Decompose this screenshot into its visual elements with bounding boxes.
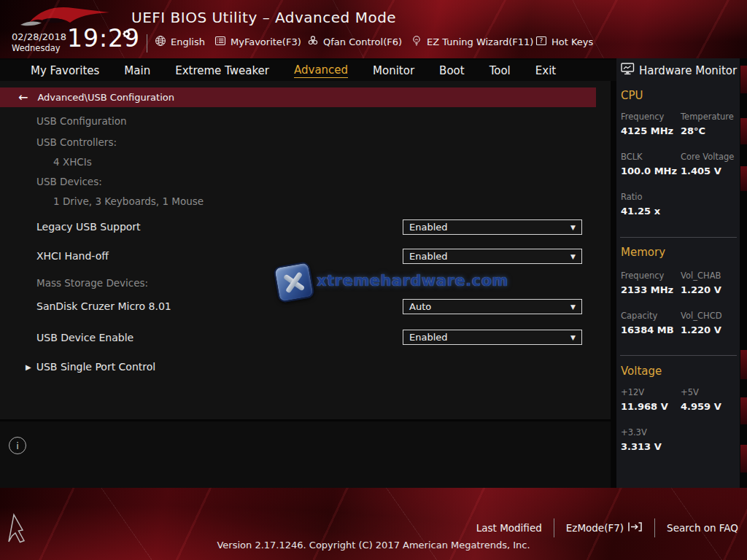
stat-value: 4.959 V: [681, 401, 721, 412]
memory-vol-chcd-stat: Vol_CHCD 1.220 V: [681, 311, 722, 335]
date-text: 02/28/2018: [12, 31, 66, 43]
xhci-handoff-label: XHCI Hand-off: [36, 250, 109, 262]
hardware-monitor-label: Hardware Monitor: [639, 64, 737, 77]
tab-monitor[interactable]: Monitor: [373, 64, 414, 77]
footer: Last Modified EzMode(F7) Search on FAQ: [0, 488, 747, 560]
qfan-control-button[interactable]: Qfan Control(F6): [307, 35, 402, 49]
usb-single-port-control-label: USB Single Port Control: [36, 361, 156, 373]
stat-value: 4125 MHz: [621, 125, 673, 136]
edge-decoration: [740, 118, 747, 144]
usb-controllers-value: 4 XHCIs: [53, 156, 92, 168]
bulb-icon: [411, 35, 422, 49]
last-modified-label: Last Modified: [476, 522, 542, 534]
back-arrow-icon[interactable]: ←: [18, 92, 28, 104]
breadcrumb-path: Advanced\USB Configuration: [37, 92, 174, 103]
language-label: English: [171, 36, 205, 47]
memory-vol-chab-stat: Vol_CHAB 1.220 V: [681, 271, 721, 295]
my-favorite-button[interactable]: MyFavorite(F3): [214, 35, 301, 49]
stat-label: Frequency: [621, 112, 673, 122]
weekday-text: Wednesday: [12, 43, 66, 53]
hardware-monitor-title: Hardware Monitor: [621, 63, 737, 78]
chevron-down-icon: ▼: [570, 253, 576, 260]
xhci-handoff-dropdown[interactable]: Enabled ▼: [403, 249, 582, 264]
voltage-12v-stat: +12V 11.968 V: [621, 387, 668, 412]
question-icon: ?: [535, 35, 547, 49]
footer-divider: [654, 518, 655, 537]
breadcrumb[interactable]: ← Advanced\USB Configuration: [0, 88, 596, 107]
tab-advanced[interactable]: Advanced: [294, 63, 348, 78]
bios-screen: UEFI BIOS Utility – Advanced Mode 02/28/…: [0, 0, 747, 560]
stat-value: 1.405 V: [681, 166, 734, 176]
last-modified-button[interactable]: Last Modified: [476, 522, 542, 534]
tab-extreme-tweaker[interactable]: Extreme Tweaker: [175, 64, 269, 77]
my-favorite-label: MyFavorite(F3): [231, 36, 301, 47]
main-nav: My Favorites Main Extreme Tweaker Advanc…: [0, 60, 616, 81]
app-title: UEFI BIOS Utility – Advanced Mode: [131, 9, 396, 26]
stat-label: +5V: [681, 387, 721, 397]
cpu-temperature-stat: Temperature 28°C: [681, 112, 734, 136]
footer-divider: [554, 518, 554, 537]
cpu-core-voltage-stat: Core Voltage 1.405 V: [681, 152, 734, 176]
tab-tool[interactable]: Tool: [489, 64, 511, 77]
fan-icon: [307, 35, 319, 49]
stat-value: 2133 MHz: [621, 284, 673, 295]
dropdown-value: Enabled: [409, 251, 448, 262]
tab-my-favorites[interactable]: My Favorites: [31, 64, 99, 77]
stat-value: 11.968 V: [621, 401, 668, 412]
usb-controllers-label: USB Controllers:: [36, 136, 117, 148]
ezmode-button[interactable]: EzMode(F7): [566, 521, 643, 534]
ezmode-label: EzMode(F7): [566, 522, 624, 534]
chevron-down-icon: ▼: [570, 224, 576, 231]
monitor-icon: [621, 63, 635, 78]
search-on-faq-button[interactable]: Search on FAQ: [667, 522, 738, 534]
content-panel: ← Advanced\USB Configuration USB Configu…: [0, 81, 611, 419]
stat-label: BCLK: [621, 152, 677, 162]
cpu-bclk-stat: BCLK 100.0 MHz: [621, 152, 677, 176]
stat-label: Vol_CHAB: [681, 271, 721, 281]
gear-icon[interactable]: [122, 28, 131, 42]
header: UEFI BIOS Utility – Advanced Mode 02/28/…: [0, 0, 747, 58]
memory-frequency-stat: Frequency 2133 MHz: [621, 271, 673, 295]
tab-exit[interactable]: Exit: [535, 64, 556, 77]
usb-single-port-control-item[interactable]: ▶ USB Single Port Control: [26, 361, 155, 373]
hot-keys-label: Hot Keys: [551, 36, 593, 47]
chevron-down-icon: ▼: [570, 303, 576, 311]
section-divider: [620, 355, 737, 356]
usb-device-enable-label: USB Device Enable: [36, 332, 133, 343]
usb-device-enable-dropdown[interactable]: Enabled ▼: [403, 330, 582, 345]
edge-decoration: [740, 166, 747, 191]
exit-mode-icon: [627, 521, 643, 534]
edge-decoration: [740, 66, 747, 93]
stat-value: 100.0 MHz: [621, 166, 677, 176]
section-divider: [620, 237, 737, 238]
stat-value: 3.313 V: [621, 441, 662, 452]
edge-decoration: [740, 350, 747, 379]
stat-label: Vol_CHCD: [681, 311, 722, 321]
dropdown-value: Auto: [409, 301, 431, 312]
language-button[interactable]: English: [155, 35, 205, 49]
mass-storage-devices-label: Mass Storage Devices:: [36, 277, 148, 289]
memory-section-heading: Memory: [621, 246, 665, 259]
cpu-section-heading: CPU: [621, 89, 643, 102]
hot-keys-button[interactable]: ? Hot Keys: [535, 35, 593, 49]
legacy-usb-support-label: Legacy USB Support: [36, 221, 141, 233]
voltage-3-3v-stat: +3.3V 3.313 V: [621, 427, 662, 452]
legacy-usb-support-dropdown[interactable]: Enabled ▼: [403, 219, 582, 235]
footer-menu: Last Modified EzMode(F7) Search on FAQ: [476, 518, 738, 537]
stat-value: 41.25 x: [621, 206, 660, 217]
usb-configuration-heading: USB Configuration: [36, 115, 127, 127]
ez-tuning-wizard-button[interactable]: EZ Tuning Wizard(F11): [411, 35, 533, 49]
chevron-down-icon: ▼: [570, 334, 576, 341]
cpu-ratio-stat: Ratio 41.25 x: [621, 192, 660, 217]
globe-icon: [155, 35, 166, 49]
voltage-5v-stat: +5V 4.959 V: [681, 387, 721, 412]
stat-value: 1.220 V: [681, 284, 721, 295]
list-icon: [214, 35, 226, 49]
stat-label: Temperature: [681, 112, 734, 122]
memory-capacity-stat: Capacity 16384 MB: [621, 311, 674, 335]
tab-main[interactable]: Main: [124, 64, 150, 77]
sandisk-cruzer-dropdown[interactable]: Auto ▼: [403, 299, 582, 314]
help-panel: i: [0, 421, 611, 488]
tab-boot[interactable]: Boot: [439, 64, 465, 77]
usb-devices-label: USB Devices:: [36, 176, 102, 187]
